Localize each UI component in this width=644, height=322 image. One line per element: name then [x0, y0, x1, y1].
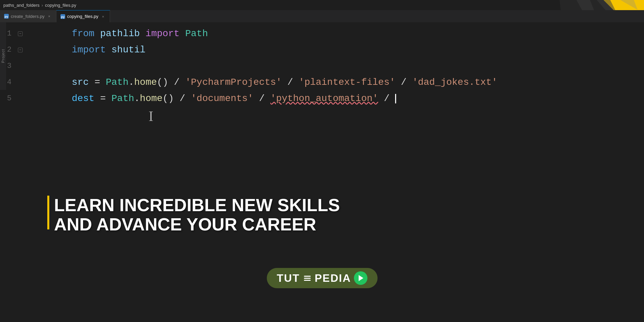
tagline-container: LEARN INCREDIBLE NEW SKILLS AND ADVANCE …: [54, 196, 340, 234]
tagline-line1: LEARN INCREDIBLE NEW SKILLS: [54, 196, 340, 215]
sidebar-project: Project: [0, 22, 6, 90]
fold-1[interactable]: −: [17, 31, 24, 36]
fold-2[interactable]: −: [17, 48, 24, 52]
class-path-2: Path: [111, 93, 134, 104]
python-icon-1: py: [4, 14, 9, 19]
str-documents: 'documents': [191, 93, 253, 104]
sidebar-project-label: Project: [1, 49, 5, 63]
code-line-5: 5 dest = Path.home() / 'documents' / 'py…: [0, 91, 644, 107]
breadcrumb-file: copying_files.py: [45, 3, 76, 8]
op-slash-3: /: [253, 93, 270, 104]
var-dest: dest: [72, 93, 100, 104]
line-num-5: 5: [0, 91, 17, 107]
breadcrumb: paths_and_folders › copying_files.py: [3, 3, 76, 8]
op-eq-2: =: [100, 93, 111, 104]
breadcrumb-folder: paths_and_folders: [3, 3, 40, 8]
method-home-2: home: [140, 93, 162, 104]
tagline-text: LEARN INCREDIBLE NEW SKILLS AND ADVANCE …: [54, 196, 340, 234]
tagline-line2: AND ADVANCE YOUR CAREER: [54, 215, 340, 234]
logo-tut: TUT: [277, 272, 300, 284]
logo-play-button[interactable]: [354, 271, 367, 285]
op-parens-2: () /: [162, 93, 191, 104]
tagline-bar: [47, 196, 49, 229]
play-icon: [359, 275, 363, 281]
logo-dash-2: [304, 278, 311, 279]
op-dot-2: .: [134, 93, 140, 104]
logo-pedia: PEDIA: [315, 272, 351, 284]
i-beam-cursor: I: [149, 108, 153, 124]
op-slash-4: /: [378, 93, 395, 104]
fold-icon-2[interactable]: −: [18, 48, 23, 52]
kw-shutil: shutil: [111, 45, 146, 55]
fold-icon-1[interactable]: −: [18, 31, 23, 36]
logo-dashes: [304, 276, 311, 281]
logo-dash-1: [304, 276, 311, 277]
code-line-2: 2 − import shutil: [0, 42, 644, 58]
text-cursor-block: [395, 94, 396, 103]
line-5-content: dest = Path.home() / 'documents' / 'pyth…: [24, 74, 644, 123]
breadcrumb-separator: ›: [42, 3, 43, 8]
kw-import-2: import: [72, 45, 111, 55]
svg-text:py: py: [5, 15, 8, 18]
logo-container[interactable]: TUT PEDIA: [267, 268, 378, 288]
str-python-automation: 'python_automation': [271, 93, 378, 104]
logo-dash-3: [304, 280, 311, 281]
